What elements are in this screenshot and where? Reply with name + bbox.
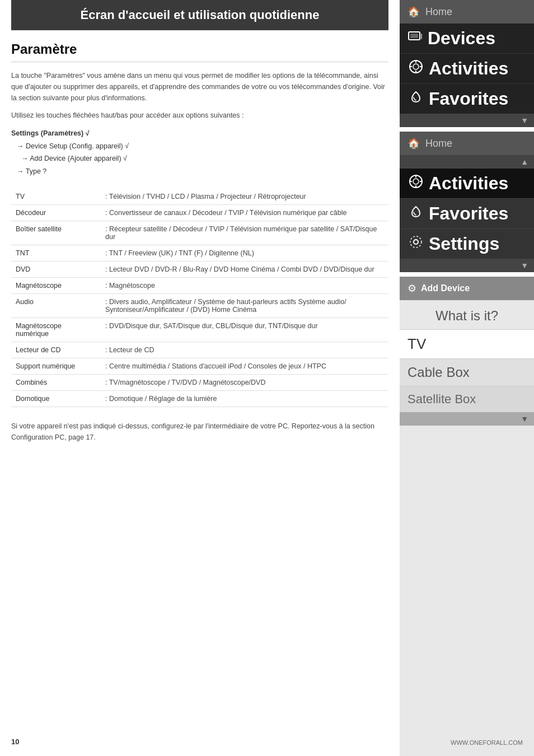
nav-instructions: Utilisez les touches fléchées haut/bas p… <box>11 111 388 119</box>
device-name: Support numérique <box>11 358 101 375</box>
devices-label: Devices <box>428 28 495 49</box>
device-description: : Lecteur de CD <box>101 342 388 358</box>
sidebar-divider-2 <box>400 272 534 277</box>
device-name: Audio <box>11 294 101 318</box>
table-row: TV : Télévision / TVHD / LCD / Plasma / … <box>11 189 388 205</box>
device-name: Magnétoscope numérique <box>11 318 101 342</box>
menu-item-home-1[interactable]: 🏠 Home <box>400 0 534 24</box>
table-row: Support numérique : Centre multimédia / … <box>11 358 388 375</box>
sidebar-section-1: 🏠 Home Devices <box>400 0 534 127</box>
menu-settings: Settings (Paramètres) √ <box>11 127 388 140</box>
menu-device-setup: → Device Setup (Config. appareil) √ <box>17 140 388 153</box>
menu-item-favorites-1[interactable]: Favorites <box>400 84 534 114</box>
favorites-icon-2 <box>407 203 424 224</box>
left-content: Écran d'accueil et utilisation quotidien… <box>0 0 400 756</box>
menu-item-devices[interactable]: Devices <box>400 24 534 54</box>
device-name: Lecteur de CD <box>11 342 101 358</box>
menu-item-settings[interactable]: Settings <box>400 228 534 259</box>
favorites-label-1: Favorites <box>429 88 508 109</box>
device-name: Combinés <box>11 375 101 391</box>
website-url: WWW.ONEFORALL.COM <box>451 739 523 746</box>
cable-box-label: Cable Box <box>407 365 470 380</box>
settings-label: Settings <box>429 234 499 254</box>
sidebar-section-2: 🏠 Home ▲ Activities <box>400 132 534 272</box>
menu-add-device: → Add Device (Ajouter appareil) √ <box>21 152 388 165</box>
device-table: TV : Télévision / TVHD / LCD / Plasma / … <box>11 189 388 407</box>
activities-icon-2 <box>407 173 424 194</box>
device-description: : Télévision / TVHD / LCD / Plasma / Pro… <box>101 189 388 205</box>
section-title-text: Paramètre <box>11 41 77 57</box>
table-row: Lecteur de CD : Lecteur de CD <box>11 342 388 358</box>
table-row: TNT : TNT / Freeview (UK) / TNT (F) / Di… <box>11 245 388 262</box>
add-device-header[interactable]: ⚙ Add Device <box>400 277 534 300</box>
favorites-label-2: Favorites <box>429 203 508 224</box>
device-name: TV <box>11 189 101 205</box>
scroll-arrow-down-3[interactable]: ▼ <box>400 412 534 426</box>
device-name: Boîtier satellite <box>11 221 101 245</box>
satellite-box-label: Satellite Box <box>407 392 476 406</box>
table-row: Magnétoscope : Magnétoscope <box>11 278 388 294</box>
settings-icon <box>407 234 424 254</box>
device-type-cablebox[interactable]: Cable Box <box>400 358 534 386</box>
intro-text: La touche "Paramètres" vous amène dans u… <box>11 70 388 104</box>
device-name: TNT <box>11 245 101 262</box>
table-row: Décodeur : Convertisseur de canaux / Déc… <box>11 205 388 221</box>
favorites-icon-1 <box>407 88 424 109</box>
svg-rect-1 <box>410 34 418 38</box>
home-icon-2: 🏠 <box>407 137 420 150</box>
table-row: Combinés : TV/magnétoscope / TV/DVD / Ma… <box>11 375 388 391</box>
device-description: : DVD/Disque dur, SAT/Disque dur, CBL/Di… <box>101 318 388 342</box>
table-row: Boîtier satellite : Récepteur satellite … <box>11 221 388 245</box>
tv-label: TV <box>407 335 426 352</box>
device-name: Magnétoscope <box>11 278 101 294</box>
sidebar-divider-1 <box>400 127 534 132</box>
scroll-arrow-down-1[interactable]: ▼ <box>400 114 534 127</box>
device-description: : Divers audio, Amplificateur / Système … <box>101 294 388 318</box>
footer-text: Si votre appareil n'est pas indiqué ci-d… <box>11 421 388 443</box>
activities-icon-1 <box>407 58 424 79</box>
table-row: Audio : Divers audio, Amplificateur / Sy… <box>11 294 388 318</box>
scroll-arrow-up-2[interactable]: ▲ <box>400 155 534 169</box>
svg-point-5 <box>413 64 419 69</box>
devices-icon <box>407 29 423 48</box>
home-label-2: Home <box>425 138 452 150</box>
page-header: Écran d'accueil et utilisation quotidien… <box>11 0 388 30</box>
activities-label-2: Activities <box>429 173 508 194</box>
device-description: : Lecteur DVD / DVD-R / Blu-Ray / DVD Ho… <box>101 262 388 278</box>
page-wrapper: Écran d'accueil et utilisation quotidien… <box>0 0 534 756</box>
add-device-label: Add Device <box>421 283 470 293</box>
menu-item-home-2[interactable]: 🏠 Home <box>400 132 534 155</box>
section-title: Paramètre <box>11 41 388 62</box>
what-is-it[interactable]: What is it? <box>400 300 534 329</box>
table-row: Domotique : Domotique / Réglage de la lu… <box>11 391 388 407</box>
device-description: : TV/magnétoscope / TV/DVD / Magnétoscop… <box>101 375 388 391</box>
activities-label-1: Activities <box>429 58 508 79</box>
device-description: : Récepteur satellite / Décodeur / TVIP … <box>101 221 388 245</box>
what-is-it-text: What is it? <box>435 308 498 323</box>
device-description: : Convertisseur de canaux / Décodeur / T… <box>101 205 388 221</box>
device-description: : Centre multimédia / Stations d'accueil… <box>101 358 388 375</box>
right-sidebar: 🏠 Home Devices <box>400 0 534 756</box>
device-name: Décodeur <box>11 205 101 221</box>
device-description: : Magnétoscope <box>101 278 388 294</box>
device-name: DVD <box>11 262 101 278</box>
menu-item-activities-2[interactable]: Activities <box>400 169 534 198</box>
device-type-satellitebox[interactable]: Satellite Box <box>400 386 534 412</box>
sidebar-section-3: ⚙ Add Device What is it? TV Cable Box Sa… <box>400 277 534 756</box>
table-row: DVD : Lecteur DVD / DVD-R / Blu-Ray / DV… <box>11 262 388 278</box>
home-icon-1: 🏠 <box>407 6 420 18</box>
table-row: Magnétoscope numérique : DVD/Disque dur,… <box>11 318 388 342</box>
svg-point-17 <box>410 236 421 248</box>
menu-type: → Type ? <box>17 165 388 178</box>
svg-rect-3 <box>421 34 422 39</box>
header-title: Écran d'accueil et utilisation quotidien… <box>81 8 320 22</box>
device-type-tv[interactable]: TV <box>400 329 534 358</box>
home-label-1: Home <box>425 6 452 18</box>
svg-point-16 <box>414 240 418 244</box>
svg-point-11 <box>413 179 419 184</box>
device-description: : TNT / Freeview (UK) / TNT (F) / Digite… <box>101 245 388 262</box>
menu-hierarchy: Settings (Paramètres) √ → Device Setup (… <box>11 127 388 178</box>
menu-item-activities-1[interactable]: Activities <box>400 54 534 84</box>
menu-item-favorites-2[interactable]: Favorites <box>400 198 534 228</box>
scroll-arrow-down-2[interactable]: ▼ <box>400 259 534 272</box>
